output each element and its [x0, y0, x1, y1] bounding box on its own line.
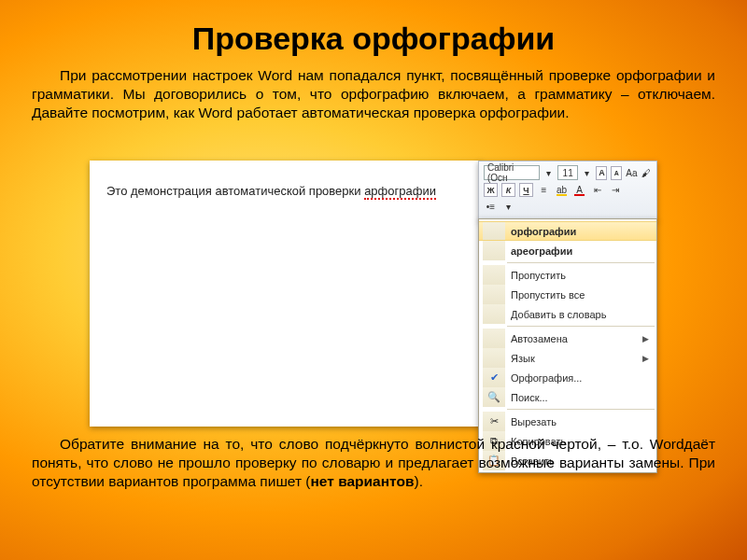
chevron-down-icon[interactable]: ▾ — [501, 200, 515, 214]
shrink-font-button[interactable]: A — [611, 166, 622, 180]
menu-lookup[interactable]: 🔍 Поиск... — [479, 387, 656, 407]
menu-label: Язык — [511, 353, 535, 364]
change-case-icon[interactable]: Aa — [626, 166, 637, 180]
bullets-icon[interactable]: •≡ — [484, 200, 498, 214]
submenu-arrow-icon: ▶ — [642, 334, 649, 343]
blank-icon — [483, 304, 505, 324]
paragraph-1: При рассмотрении настроек Word нам попад… — [0, 66, 747, 121]
menu-autocorrect[interactable]: Автозамена ▶ — [479, 329, 656, 348]
blank-icon — [483, 285, 505, 304]
search-icon: 🔍 — [483, 387, 505, 407]
blank-icon — [483, 222, 505, 240]
menu-label: Пропустить все — [511, 289, 585, 301]
indent-decrease-icon[interactable]: ⇤ — [590, 183, 604, 197]
menu-language[interactable]: Язык ▶ — [479, 348, 656, 368]
slide-title: Проверка орфографии — [0, 0, 747, 66]
chevron-down-icon[interactable]: ▾ — [543, 166, 554, 180]
menu-label: Добавить в словарь — [511, 309, 606, 320]
menu-skip[interactable]: Пропустить — [479, 265, 656, 285]
mini-toolbar: Calibri (Осн ▾ 11 ▾ A A Aa 🖌 Ж К Ч ≡ ab … — [478, 161, 657, 221]
suggestion-2[interactable]: ареографии — [479, 241, 656, 260]
font-size-combo[interactable]: 11 — [557, 165, 578, 180]
misspelled-word: арфографии — [364, 184, 436, 200]
menu-label: Автозамена — [511, 333, 568, 344]
blank-icon — [483, 329, 505, 348]
menu-separator — [507, 409, 655, 410]
word-screenshot: Это демонстрация автоматической проверки… — [90, 161, 657, 431]
para2-suffix: ). — [414, 473, 422, 489]
chevron-down-icon[interactable]: ▾ — [582, 166, 592, 180]
spellcheck-icon: ✔ — [483, 368, 505, 387]
highlight-color-icon[interactable]: ab — [555, 183, 569, 197]
paragraph-2: Обратите внимание на то, что слово подчё… — [0, 435, 747, 490]
para2-bold: нет вариантов — [311, 473, 415, 489]
menu-skip-all[interactable]: Пропустить все — [479, 285, 656, 304]
menu-label: Вырезать — [511, 416, 557, 427]
blank-icon — [483, 265, 505, 285]
menu-label: Поиск... — [511, 392, 548, 403]
format-painter-icon[interactable]: 🖌 — [641, 166, 652, 180]
indent-increase-icon[interactable]: ⇥ — [608, 183, 622, 197]
align-icon[interactable]: ≡ — [537, 183, 551, 197]
demo-prefix: Это демонстрация автоматической проверки — [106, 184, 364, 198]
menu-add-to-dictionary[interactable]: Добавить в словарь — [479, 304, 656, 324]
font-color-icon[interactable]: A — [572, 183, 586, 197]
menu-separator — [507, 326, 655, 327]
menu-label: Пропустить — [511, 270, 566, 281]
demo-sentence: Это демонстрация автоматической проверки… — [106, 184, 436, 200]
font-name-combo[interactable]: Calibri (Осн — [484, 165, 540, 180]
blank-icon — [483, 241, 505, 260]
underline-button[interactable]: Ч — [519, 183, 533, 197]
menu-label: ареографии — [511, 245, 572, 257]
word-document-area: Это демонстрация автоматической проверки… — [90, 161, 482, 427]
menu-spelling[interactable]: ✔ Орфография... — [479, 368, 656, 387]
menu-separator — [507, 262, 655, 263]
grow-font-button[interactable]: A — [596, 166, 607, 180]
menu-label: орфографии — [511, 226, 576, 237]
menu-label: Орфография... — [511, 372, 582, 384]
bold-button[interactable]: Ж — [484, 183, 498, 197]
submenu-arrow-icon: ▶ — [642, 354, 649, 363]
italic-button[interactable]: К — [501, 183, 515, 197]
suggestion-1[interactable]: орфографии — [479, 221, 656, 241]
blank-icon — [483, 348, 505, 368]
